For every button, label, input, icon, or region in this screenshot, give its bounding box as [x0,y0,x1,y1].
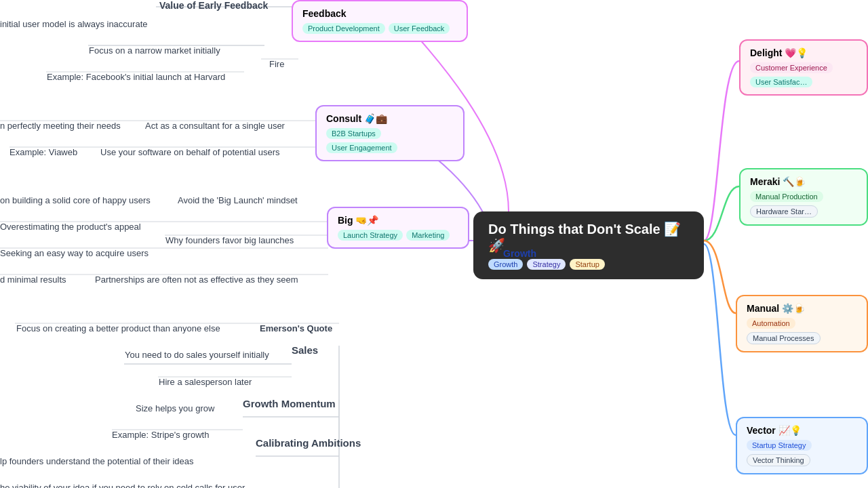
text-growth-momentum-label: Growth Momentum [243,398,336,409]
text-fire: Fire [269,59,284,69]
text-viability: he viability of your idea if you need to… [0,483,245,488]
vector-title: Vector 📈💡 [747,425,857,436]
text-avoid-big-launch: Avoid the 'Big Launch' mindset [178,195,298,205]
tag-launch-strategy: Launch Strategy [338,230,403,241]
text-focus-better: Focus on creating a better product than … [16,323,220,333]
big-card-title: Big 🤜📌 [338,215,458,226]
tag-automation: Automation [747,318,795,329]
text-minimal-results: d minimal results [0,274,66,285]
text-why-founders: Why founders favor big launches [165,235,294,245]
manual-title: Manual ⚙️🍺 [747,303,857,314]
node-delight[interactable]: Delight 💗💡 Customer Experience User Sati… [739,39,868,96]
tag-vector-thinking: Vector Thinking [747,454,810,466]
text-seeking-easy: Seeking an easy way to acquire users [0,248,149,258]
tag-strategy: Strategy [527,259,566,270]
text-hire-salesperson: Hire a salesperson later [159,377,252,387]
text-stripe-growth: Example: Stripe's growth [112,430,209,440]
central-node[interactable]: Do Things that Don't Scale 📝🚀 Growth Str… [473,211,704,279]
tag-user-satisfac: User Satisfac… [750,77,812,87]
text-building-core: on building a solid core of happy users [0,195,151,205]
text-emersons-quote: Emerson's Quote [260,323,332,333]
tag-user-feedback: User Feedback [389,23,450,34]
tag-user-engagement: User Engagement [326,142,397,153]
text-act-consultant: Act as a consultant for a single user [145,121,285,131]
text-sales-label: Sales [292,344,318,356]
text-use-software: Use your software on behalf of potential… [100,147,279,157]
text-value-early-feedback: Value of Early Feedback [159,0,268,11]
text-growth-label: Growth [503,248,536,259]
text-partnerships: Partnerships are often not as effective … [95,274,298,285]
tag-product-dev: Product Development [302,23,385,34]
delight-title: Delight 💗💡 [750,47,857,58]
node-big-card[interactable]: Big 🤜📌 Launch Strategy Marketing [327,207,469,249]
tag-startup: Startup [570,259,604,270]
feedback-card-title: Feedback [302,8,457,19]
tag-manual-processes: Manual Processes [747,332,821,344]
node-feedback-card[interactable]: Feedback Product Development User Feedba… [292,0,468,42]
tag-startup-strategy: Startup Strategy [747,440,812,451]
tag-marketing: Marketing [406,230,450,241]
text-focus-narrow: Focus on a narrow market initially [89,45,220,56]
text-initial-user-model: initial user model is always inaccurate [0,19,147,29]
text-perfectly-needs: n perfectly meeting their needs [0,121,121,131]
tag-hardware-star: Hardware Star… [750,205,818,218]
meraki-title: Meraki 🔨🍺 [750,176,857,187]
tag-growth: Growth [488,259,523,270]
mind-map: Do Things that Don't Scale 📝🚀 Growth Str… [0,0,868,488]
text-overestimating: Overestimating the product's appeal [0,222,141,232]
tag-manual-production: Manual Production [750,191,823,202]
tag-customer-experience: Customer Experience [750,62,833,73]
consult-card-title: Consult 🧳💼 [326,113,454,124]
text-calibrating-label: Calibrating Ambitions [256,437,361,449]
node-vector[interactable]: Vector 📈💡 Startup Strategy Vector Thinki… [736,417,868,474]
tag-b2b-startups: B2B Startups [326,128,381,139]
text-example-facebook: Example: Facebook's initial launch at Ha… [47,72,225,82]
text-help-founders: lp founders understand the potential of … [0,456,193,466]
text-example-viaweb: Example: Viaweb [9,147,77,157]
text-size-helps: Size helps you grow [136,403,214,413]
node-manual[interactable]: Manual ⚙️🍺 Automation Manual Processes [736,295,868,352]
node-meraki[interactable]: Meraki 🔨🍺 Manual Production Hardware Sta… [739,168,868,226]
central-node-tags: Growth Strategy Startup [488,259,689,270]
text-do-sales-yourself: You need to do sales yourself initially [125,350,269,360]
node-consult-card[interactable]: Consult 🧳💼 B2B Startups User Engagement [315,105,465,161]
